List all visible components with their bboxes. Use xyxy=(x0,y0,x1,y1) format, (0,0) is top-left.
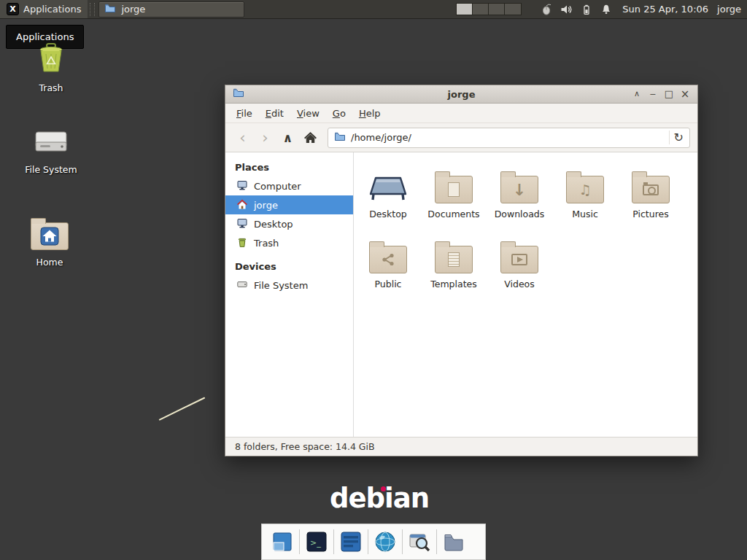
debian-wordmark: debian xyxy=(330,483,429,514)
folder-item-music[interactable]: ♫ Music xyxy=(552,161,618,231)
dock-separator xyxy=(333,529,334,554)
folder-item-documents[interactable]: Documents xyxy=(421,161,487,231)
desktop-icon-label: Home xyxy=(36,257,63,268)
folder-icon xyxy=(435,176,473,203)
folder-label: Public xyxy=(375,279,402,289)
sidebar: Places Computer jorge xyxy=(225,152,354,437)
folder-label: Desktop xyxy=(369,209,407,219)
home-button[interactable] xyxy=(301,128,320,147)
workspace-switcher[interactable] xyxy=(456,3,522,15)
workspace-2[interactable] xyxy=(473,4,489,15)
window-title: jorge xyxy=(225,89,697,100)
folder-item-public[interactable]: Public xyxy=(355,231,421,301)
applications-icon: X xyxy=(7,3,19,15)
status-text: 8 folders, Free space: 14.4 GiB xyxy=(235,441,375,452)
sidebar-item-label: Desktop xyxy=(254,219,293,230)
desktop-icon-label: Trash xyxy=(39,82,63,93)
folder-label: Documents xyxy=(427,209,479,219)
desktop-line-artifact xyxy=(159,397,206,420)
folder-icon: ↓ xyxy=(500,176,538,203)
drive-small-icon xyxy=(236,279,248,292)
back-button[interactable]: ‹ xyxy=(233,128,252,147)
menu-edit[interactable]: Edit xyxy=(259,105,290,122)
dock-separator xyxy=(436,529,437,554)
maximize-button[interactable]: □ xyxy=(661,85,677,103)
sidebar-item-label: Trash xyxy=(254,238,279,249)
folder-icon xyxy=(632,176,670,203)
sidebar-item-filesystem[interactable]: File System xyxy=(225,276,353,295)
sidebar-item-trash[interactable]: Trash xyxy=(225,233,353,252)
folder-item-pictures[interactable]: Pictures xyxy=(618,161,684,231)
workspace-1[interactable] xyxy=(457,4,473,15)
file-manager-launcher[interactable] xyxy=(438,526,469,557)
workspace-4[interactable] xyxy=(505,4,521,15)
menu-go[interactable]: Go xyxy=(326,105,352,122)
sidebar-item-label: Computer xyxy=(254,181,301,192)
desktop-icon-home[interactable]: Home xyxy=(17,217,82,268)
terminal-launcher[interactable]: >_ xyxy=(301,526,332,557)
reload-button[interactable]: ↻ xyxy=(669,131,684,144)
applications-menu-button[interactable]: X Applications xyxy=(0,0,88,18)
folder-item-desktop[interactable]: Desktop xyxy=(355,161,421,231)
sidebar-item-desktop[interactable]: Desktop xyxy=(225,214,353,233)
desktop-icon-trash[interactable]: Trash xyxy=(18,42,84,93)
task-window-title: jorge xyxy=(121,4,145,15)
menu-bar: File Edit View Go Help xyxy=(225,104,697,123)
sidebar-item-jorge[interactable]: jorge xyxy=(225,195,353,214)
menu-file[interactable]: File xyxy=(230,105,259,122)
user-menu[interactable]: jorge xyxy=(717,4,741,15)
folder-icon: ♫ xyxy=(566,176,604,203)
up-button[interactable]: ∧ xyxy=(278,128,298,147)
folder-item-videos[interactable]: Videos xyxy=(487,231,552,301)
sidebar-header-devices: Devices xyxy=(225,257,353,276)
text-editor-launcher[interactable] xyxy=(336,526,366,557)
computer-icon xyxy=(236,179,248,193)
forward-button[interactable]: › xyxy=(255,128,275,147)
battery-icon[interactable] xyxy=(581,4,592,15)
workspace-3[interactable] xyxy=(489,4,505,15)
desktop-monitor-icon xyxy=(236,217,248,231)
tooltip-text: Applications xyxy=(16,31,74,42)
folder-icon xyxy=(435,246,473,273)
desktop: X Applications jorge xyxy=(0,0,747,560)
dock-separator xyxy=(299,529,300,554)
window-titlebar[interactable]: jorge ∧ ‒ □ × xyxy=(225,85,697,104)
web-browser-launcher[interactable] xyxy=(370,526,400,557)
path-folder-icon xyxy=(334,131,346,145)
menu-help[interactable]: Help xyxy=(352,105,387,122)
shade-button[interactable]: ∧ xyxy=(629,85,645,103)
camera-emblem-icon xyxy=(643,184,659,195)
folder-view[interactable]: Desktop Documents ↓ Downloads ♫ Music xyxy=(354,152,697,437)
notification-bell-icon[interactable] xyxy=(600,4,612,15)
menu-view[interactable]: View xyxy=(290,105,326,122)
panel-separator xyxy=(90,3,95,16)
show-desktop-button[interactable] xyxy=(267,526,298,557)
folder-item-downloads[interactable]: ↓ Downloads xyxy=(487,161,552,231)
application-finder-launcher[interactable] xyxy=(404,526,435,557)
folder-label: Templates xyxy=(430,279,477,289)
minimize-button[interactable]: ‒ xyxy=(645,85,661,103)
dock-separator xyxy=(368,529,368,554)
folder-label: Music xyxy=(572,209,598,219)
mouse-settings-icon[interactable] xyxy=(541,3,552,15)
filesystem-icon xyxy=(33,128,69,159)
dock-panel: >_ xyxy=(261,524,486,560)
sidebar-item-label: File System xyxy=(254,280,308,291)
folder-label: Pictures xyxy=(632,209,669,219)
task-folder-icon xyxy=(104,2,116,16)
download-arrow-icon: ↓ xyxy=(501,176,538,203)
template-emblem-icon xyxy=(448,252,460,267)
path-text[interactable]: /home/jorge/ xyxy=(351,132,664,143)
location-bar[interactable]: /home/jorge/ ↻ xyxy=(328,128,690,148)
desktop-icon-filesystem[interactable]: File System xyxy=(18,128,84,175)
close-button[interactable]: × xyxy=(677,85,693,103)
share-emblem-icon xyxy=(370,246,406,273)
clock[interactable]: Sun 25 Apr, 10:06 xyxy=(622,4,708,15)
volume-icon[interactable] xyxy=(560,4,573,15)
taskbar-window-button[interactable]: jorge xyxy=(98,1,244,18)
home-folder-icon xyxy=(236,198,248,212)
trash-small-icon xyxy=(236,236,248,250)
sidebar-item-computer[interactable]: Computer xyxy=(225,176,353,195)
system-tray xyxy=(541,3,612,15)
folder-item-templates[interactable]: Templates xyxy=(421,231,487,301)
